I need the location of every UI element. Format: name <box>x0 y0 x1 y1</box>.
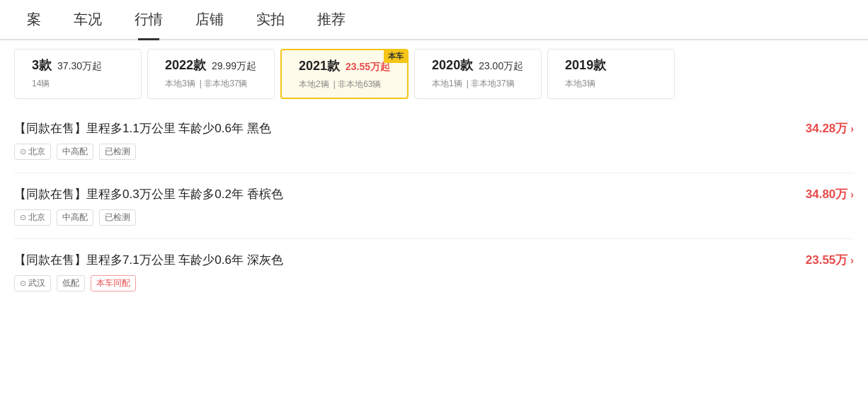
car-counts: 本地1辆| 非本地37辆 <box>432 78 524 90</box>
nav-tab-condition[interactable]: 车况 <box>61 0 115 39</box>
nav-tabs: 案车况行情店铺实拍推荐 <box>0 0 868 40</box>
banche-badge: 本车 <box>384 50 408 63</box>
plain-tag: 中高配 <box>57 144 93 160</box>
listing-price: 34.28万› <box>806 120 854 137</box>
location-tag: ⊙北京 <box>14 209 51 226</box>
car-counts: 14辆 <box>32 78 124 90</box>
plain-tag: 已检测 <box>99 144 136 160</box>
local-count: 本地3辆 <box>565 79 595 88</box>
location-text: 北京 <box>28 146 45 158</box>
car-counts: 本地3辆| 非本地37辆 <box>165 78 257 90</box>
listing-price: 34.80万› <box>806 186 854 202</box>
nav-tab-case[interactable]: 案 <box>14 0 54 39</box>
year-label: 2021款 <box>299 57 340 74</box>
nav-tab-market[interactable]: 行情 <box>122 0 176 39</box>
nonlocal-count: | 非本地63辆 <box>333 79 382 89</box>
listing-price: 23.55万› <box>806 252 854 268</box>
year-label: 2020款 <box>432 57 473 74</box>
car-counts: 本地3辆 <box>565 78 657 90</box>
nonlocal-count: | 非本地37辆 <box>200 79 248 88</box>
local-count: 本地2辆 <box>299 79 329 89</box>
nav-tab-recommend[interactable]: 推荐 <box>304 0 358 39</box>
year-label: 2019款 <box>565 57 606 74</box>
year-card-2023[interactable]: 3款37.30万起14辆 <box>14 49 142 99</box>
location-icon: ⊙ <box>20 213 26 222</box>
location-text: 武汉 <box>28 277 45 289</box>
plain-tag: 低配 <box>57 275 85 291</box>
listing-tags: ⊙北京中高配已检测 <box>14 209 854 226</box>
local-count: 本地3辆 <box>165 79 195 88</box>
price-label: 23.00万起 <box>479 60 523 73</box>
price-value: 34.80万 <box>806 186 848 202</box>
listing-title: 【同款在售】里程多7.1万公里 车龄少0.6年 深灰色 <box>14 252 806 268</box>
listing-item[interactable]: 【同款在售】里程多1.1万公里 车龄少0.6年 黑色34.28万›⊙北京中高配已… <box>14 108 854 173</box>
location-text: 北京 <box>28 212 45 224</box>
listing-tags: ⊙武汉低配本车同配 <box>14 275 854 291</box>
location-tag: ⊙武汉 <box>14 275 51 291</box>
listings-container: 【同款在售】里程多1.1万公里 车龄少0.6年 黑色34.28万›⊙北京中高配已… <box>0 108 868 304</box>
listing-title: 【同款在售】里程多1.1万公里 车龄少0.6年 黑色 <box>14 120 806 137</box>
year-card-2019[interactable]: 2019款本地3辆 <box>547 49 675 99</box>
price-label: 29.99万起 <box>212 60 256 73</box>
nonlocal-count: | 非本地37辆 <box>467 79 515 88</box>
local-count: 本地1辆 <box>432 79 462 88</box>
location-tag: ⊙北京 <box>14 144 51 160</box>
plain-tag: 已检测 <box>99 209 136 226</box>
year-selector: 3款37.30万起14辆2022款29.99万起本地3辆| 非本地37辆本车20… <box>0 40 868 108</box>
price-label: 37.30万起 <box>57 60 102 73</box>
location-icon: ⊙ <box>20 147 26 156</box>
location-icon: ⊙ <box>20 279 26 288</box>
year-label: 3款 <box>32 57 52 74</box>
year-card-2021[interactable]: 本车2021款23.55万起本地2辆| 非本地63辆 <box>280 49 409 99</box>
chevron-right-icon: › <box>850 189 854 200</box>
listing-title: 【同款在售】里程多0.3万公里 车龄多0.2年 香槟色 <box>14 186 806 202</box>
listing-item[interactable]: 【同款在售】里程多7.1万公里 车龄少0.6年 深灰色23.55万›⊙武汉低配本… <box>14 239 854 304</box>
highlight-tag: 本车同配 <box>91 275 136 291</box>
price-label: 23.55万起 <box>346 61 390 74</box>
nav-tab-realshot[interactable]: 实拍 <box>244 0 297 39</box>
nav-tab-store[interactable]: 店铺 <box>183 0 236 39</box>
chevron-right-icon: › <box>850 123 854 134</box>
listing-item[interactable]: 【同款在售】里程多0.3万公里 车龄多0.2年 香槟色34.80万›⊙北京中高配… <box>14 173 854 239</box>
plain-tag: 中高配 <box>57 209 93 226</box>
car-counts: 本地2辆| 非本地63辆 <box>299 79 390 91</box>
year-card-2022[interactable]: 2022款29.99万起本地3辆| 非本地37辆 <box>147 49 275 99</box>
chevron-right-icon: › <box>850 255 854 266</box>
year-card-2020[interactable]: 2020款23.00万起本地1辆| 非本地37辆 <box>414 49 542 99</box>
local-count: 14辆 <box>32 79 50 88</box>
price-value: 34.28万 <box>806 120 848 137</box>
listing-tags: ⊙北京中高配已检测 <box>14 144 854 160</box>
price-value: 23.55万 <box>806 252 848 268</box>
year-label: 2022款 <box>165 57 206 74</box>
